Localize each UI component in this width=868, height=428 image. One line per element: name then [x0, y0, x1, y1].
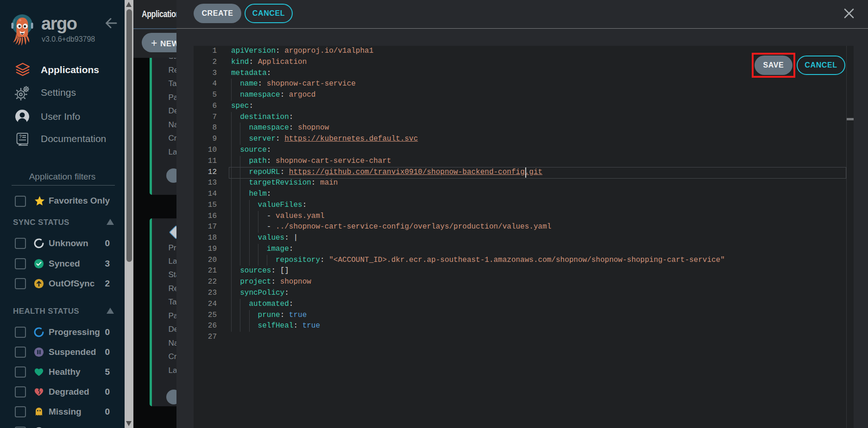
- svg-text:?: ?: [19, 134, 22, 139]
